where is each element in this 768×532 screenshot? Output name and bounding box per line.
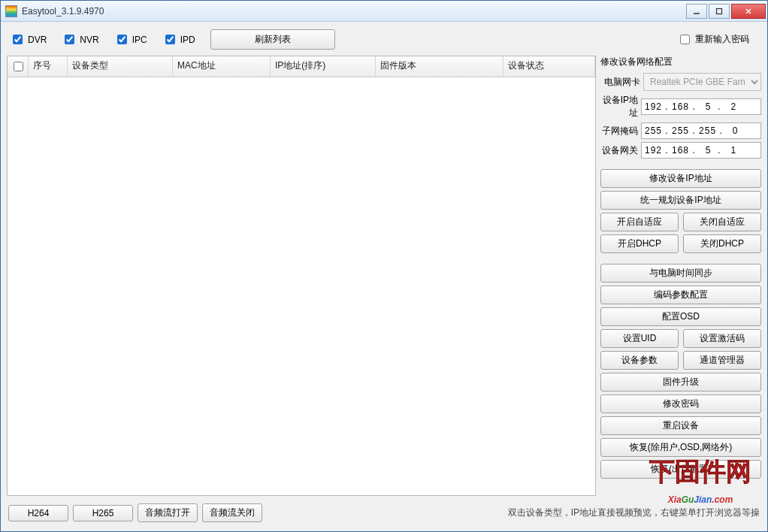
mask-label: 子网掩码 [600, 125, 638, 138]
bottom-hint: 双击设备类型，IP地址直接视频预览，右键菜单打开浏览器等操 [508, 506, 760, 519]
dvr-checkbox[interactable]: DVR [10, 32, 47, 47]
device-table: 序号 设备类型 MAC地址 IP地址(排序) 固件版本 设备状态 [7, 56, 596, 496]
table-header: 序号 设备类型 MAC地址 IP地址(排序) 固件版本 设备状态 [8, 56, 595, 77]
col-seq[interactable]: 序号 [29, 56, 68, 77]
reboot-button[interactable]: 重启设备 [600, 416, 761, 435]
ip-input[interactable] [641, 98, 761, 115]
app-window: Easytool_3.1.9.4970 DVR NVR IPC IPD 刷新列表… [0, 0, 768, 532]
set-uid-button[interactable]: 设置UID [600, 329, 679, 348]
window-controls [685, 4, 766, 19]
right-panel: 修改设备网络配置 电脑网卡 Realtek PCIe GBE Fam 设备IP地… [600, 56, 761, 496]
restore-full-button[interactable]: 恢复(出厂配置) [600, 460, 761, 479]
nic-select[interactable]: Realtek PCIe GBE Fam [643, 73, 761, 91]
change-password-button[interactable]: 修改密码 [600, 394, 761, 413]
col-mac[interactable]: MAC地址 [173, 56, 271, 77]
titlebar: Easytool_3.1.9.4970 [1, 1, 767, 22]
modify-ip-button[interactable]: 修改设备IP地址 [600, 169, 761, 188]
adapt-off-button[interactable]: 关闭自适应 [683, 213, 761, 231]
netcfg-title: 修改设备网络配置 [600, 56, 761, 70]
reenter-password-checkbox[interactable]: 重新输入密码 [677, 32, 749, 47]
content-area: DVR NVR IPC IPD 刷新列表 重新输入密码 序号 设备类型 MAC地… [1, 22, 767, 531]
nvr-checkbox[interactable]: NVR [62, 32, 98, 47]
set-activation-button[interactable]: 设置激活码 [683, 329, 761, 348]
restore-partial-button[interactable]: 恢复(除用户,OSD,网络外) [600, 438, 761, 457]
bottom-row: H264 H265 音频流打开 音频流关闭 双击设备类型，IP地址直接视频预览，… [7, 500, 761, 525]
maximize-button[interactable] [709, 4, 730, 19]
gw-input[interactable] [641, 142, 761, 159]
minimize-button[interactable] [686, 4, 707, 19]
plan-ip-button[interactable]: 统一规划设备IP地址 [600, 191, 761, 210]
refresh-button[interactable]: 刷新列表 [210, 29, 335, 50]
gw-label: 设备网关 [600, 144, 638, 157]
firmware-upgrade-button[interactable]: 固件升级 [600, 373, 761, 391]
ipc-checkbox[interactable]: IPC [114, 32, 147, 47]
col-ip[interactable]: IP地址(排序) [271, 56, 376, 77]
audio-on-button[interactable]: 音频流打开 [138, 503, 198, 522]
adapt-on-button[interactable]: 开启自适应 [600, 213, 679, 231]
time-sync-button[interactable]: 与电脑时间同步 [600, 264, 761, 283]
col-fw[interactable]: 固件版本 [376, 56, 503, 77]
window-title: Easytool_3.1.9.4970 [22, 6, 685, 17]
col-checkbox[interactable] [8, 56, 29, 77]
table-body [8, 77, 595, 495]
svg-rect-1 [717, 8, 722, 14]
audio-off-button[interactable]: 音频流关闭 [202, 503, 262, 522]
main-row: 序号 设备类型 MAC地址 IP地址(排序) 固件版本 设备状态 修改设备网络配… [7, 56, 761, 496]
ip-label: 设备IP地址 [600, 94, 638, 119]
close-button[interactable] [731, 4, 766, 19]
channel-mgr-button[interactable]: 通道管理器 [683, 351, 761, 370]
device-param-button[interactable]: 设备参数 [600, 351, 679, 370]
app-icon [5, 5, 17, 17]
nic-label: 电脑网卡 [600, 76, 640, 89]
osd-cfg-button[interactable]: 配置OSD [600, 307, 761, 326]
h265-button[interactable]: H265 [73, 505, 133, 521]
encode-cfg-button[interactable]: 编码参数配置 [600, 286, 761, 304]
dhcp-off-button[interactable]: 关闭DHCP [683, 234, 761, 253]
h264-button[interactable]: H264 [8, 505, 68, 521]
mask-input[interactable] [641, 122, 761, 139]
dhcp-on-button[interactable]: 开启DHCP [600, 234, 679, 253]
filter-row: DVR NVR IPC IPD 刷新列表 重新输入密码 [7, 28, 761, 51]
ipd-checkbox[interactable]: IPD [162, 32, 195, 47]
col-type[interactable]: 设备类型 [68, 56, 173, 77]
col-status[interactable]: 设备状态 [503, 56, 595, 77]
